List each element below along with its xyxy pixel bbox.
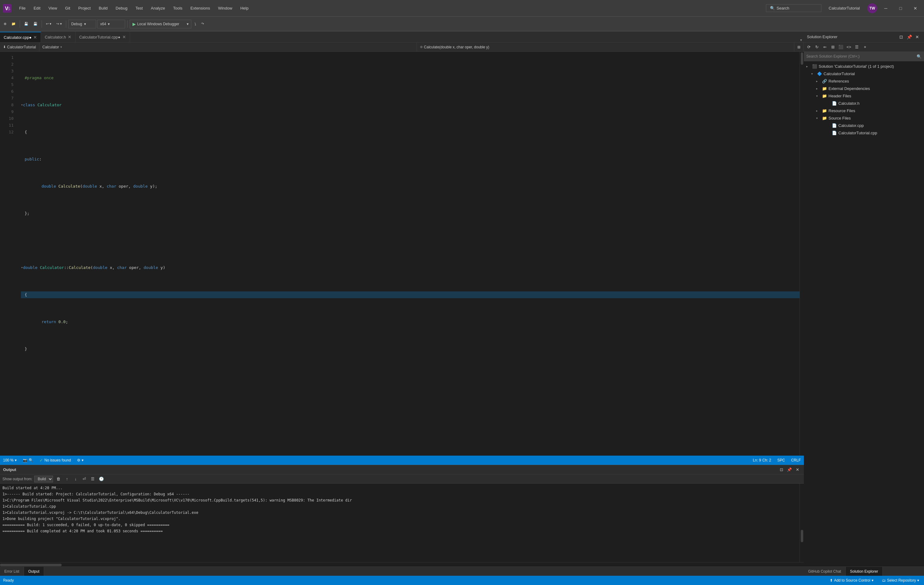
tree-item-references[interactable]: ▸ 🔗 References bbox=[804, 77, 924, 85]
se-properties-btn[interactable]: ⬛ bbox=[837, 43, 845, 51]
tab-solution-explorer[interactable]: Solution Explorer bbox=[846, 567, 883, 576]
maximize-button[interactable]: □ bbox=[894, 4, 907, 13]
tab-error-list[interactable]: Error List bbox=[0, 567, 24, 576]
editor-status-bar: 100 % ▾ 📷 🔍 ✓ No issues found ⚙ bbox=[0, 456, 804, 465]
tree-item-calculator-h[interactable]: 📄 Calculator.h bbox=[804, 99, 924, 107]
code-token: }; bbox=[25, 210, 30, 217]
close-button[interactable]: ✕ bbox=[909, 4, 922, 13]
user-avatar[interactable]: TW bbox=[867, 3, 877, 13]
platform-dropdown[interactable]: x64 ▾ bbox=[97, 20, 125, 28]
menu-extensions[interactable]: Extensions bbox=[187, 5, 214, 12]
select-repository-btn[interactable]: 🗂 Select Repository ▾ bbox=[880, 576, 921, 585]
output-float-btn[interactable]: ⊡ bbox=[778, 466, 785, 473]
menu-build[interactable]: Build bbox=[95, 5, 111, 12]
line-num-1: 1 bbox=[0, 54, 18, 61]
run-btn[interactable]: ▶ Local Windows Debugger ▾ bbox=[130, 20, 191, 28]
menu-test[interactable]: Test bbox=[132, 5, 147, 12]
output-scrollbar-thumb[interactable] bbox=[801, 530, 803, 542]
editor-vertical-scrollbar[interactable] bbox=[800, 52, 804, 456]
save-all-btn[interactable]: 💾 bbox=[31, 20, 40, 29]
output-clear-btn[interactable]: 🗑 bbox=[55, 476, 62, 483]
editor-nav-project[interactable]: ⬇ CalculatorTutorial bbox=[0, 43, 40, 51]
menu-git[interactable]: Git bbox=[61, 5, 74, 12]
new-project-btn[interactable]: ⊕ bbox=[2, 20, 8, 29]
tab-calculator-h[interactable]: Calculator.h ✕ bbox=[41, 32, 76, 42]
status-issues[interactable]: ✓ No issues found bbox=[36, 456, 74, 465]
output-clock-btn[interactable]: 🕐 bbox=[98, 476, 105, 483]
menu-tools[interactable]: Tools bbox=[170, 5, 186, 12]
menu-window[interactable]: Window bbox=[214, 5, 236, 12]
status-zoom[interactable]: 100 % ▾ bbox=[0, 456, 20, 465]
se-home-btn[interactable]: ⊞ bbox=[829, 43, 837, 51]
tree-item-external-deps[interactable]: ▸ 📁 External Dependencies bbox=[804, 85, 924, 92]
tab-calculator-cpp-close[interactable]: ✕ bbox=[33, 35, 37, 40]
tab-calculatortutorial-cpp[interactable]: CalculatorTutorial.cpp● ✕ bbox=[76, 32, 130, 42]
output-hscrollbar-thumb[interactable] bbox=[0, 564, 62, 566]
output-pin-btn[interactable]: 📌 bbox=[786, 466, 793, 473]
output-content[interactable]: Build started at 4:20 PM... 1>------ Bui… bbox=[0, 484, 800, 562]
se-filter-btn[interactable]: ☰ bbox=[853, 43, 861, 51]
tab-calculator-h-close[interactable]: ✕ bbox=[68, 35, 71, 39]
status-spc[interactable]: SPC bbox=[774, 456, 788, 465]
source-files-icon: 📁 bbox=[822, 115, 827, 121]
editor-nav-method-label: Calculate(double x, char oper, double y) bbox=[424, 45, 489, 49]
title-search[interactable]: 🔍 Search bbox=[766, 4, 822, 12]
status-config-icon[interactable]: ⚙ ▾ bbox=[74, 456, 87, 465]
code-content[interactable]: #pragma once ▾ class Calculator { bbox=[18, 52, 800, 456]
step-into-btn[interactable]: ⤵ bbox=[193, 20, 198, 29]
open-file-btn[interactable]: 📁 bbox=[10, 20, 18, 29]
se-search-input[interactable] bbox=[804, 52, 924, 61]
output-scroll-up-btn[interactable]: ↑ bbox=[63, 476, 70, 483]
save-btn[interactable]: 💾 bbox=[22, 20, 30, 29]
tree-item-project[interactable]: ▾ 🔷 CalculatorTutorial bbox=[804, 70, 924, 77]
tree-item-calculator-cpp[interactable]: 📄 Calculator.cpp bbox=[804, 122, 924, 129]
menu-view[interactable]: View bbox=[45, 5, 61, 12]
minimize-button[interactable]: ─ bbox=[879, 4, 892, 13]
se-sync-btn[interactable]: ⟳ bbox=[805, 43, 812, 51]
editor-nav-method[interactable]: ⊕ Calculate(double x, char oper, double … bbox=[417, 43, 794, 51]
tab-output[interactable]: Output bbox=[24, 567, 44, 576]
undo-btn[interactable]: ↩ ▾ bbox=[44, 20, 53, 29]
tree-item-source-files[interactable]: ▾ 📁 Source Files bbox=[804, 114, 924, 122]
editor-nav-expand[interactable]: ⊞ bbox=[794, 43, 804, 51]
tab-calculatortutorial-cpp-close[interactable]: ✕ bbox=[122, 35, 126, 39]
se-float-btn[interactable]: ⊡ bbox=[898, 33, 905, 41]
status-icons[interactable]: 📷 🔍 bbox=[20, 456, 36, 465]
scrollbar-thumb[interactable] bbox=[801, 53, 803, 65]
se-refresh-btn[interactable]: ↻ bbox=[813, 43, 820, 51]
status-ln-ch[interactable]: Ln: 9 Ch: 2 bbox=[750, 456, 774, 465]
output-close-btn[interactable]: ✕ bbox=[794, 466, 801, 473]
menu-debug[interactable]: Debug bbox=[112, 5, 131, 12]
tree-item-header-files[interactable]: ▾ 📁 Header Files bbox=[804, 92, 924, 99]
step-over-btn[interactable]: ↷ bbox=[199, 20, 206, 29]
menu-project[interactable]: Project bbox=[74, 5, 94, 12]
menu-file[interactable]: File bbox=[15, 5, 29, 12]
output-wrap-btn[interactable]: ⏎ bbox=[81, 476, 87, 483]
menu-edit[interactable]: Edit bbox=[30, 5, 44, 12]
debug-config-dropdown[interactable]: Debug ▾ bbox=[68, 20, 96, 28]
fold-8[interactable]: ▾ bbox=[21, 264, 23, 271]
tree-item-solution[interactable]: ▸ ⬛ Solution 'CalculatorTutorial' (1 of … bbox=[804, 63, 924, 70]
tab-calculator-cpp[interactable]: Calculator.cpp● ✕ bbox=[0, 32, 41, 42]
status-crlf[interactable]: CRLF bbox=[788, 456, 804, 465]
tree-item-resource-files[interactable]: ▸ 📁 Resource Files bbox=[804, 107, 924, 114]
menu-analyze[interactable]: Analyze bbox=[147, 5, 168, 12]
tree-item-calculatortutorial-cpp[interactable]: 📄 CalculatorTutorial.cpp bbox=[804, 129, 924, 137]
se-scope-btn[interactable]: ⌖ bbox=[861, 43, 868, 51]
se-collapse-btn[interactable]: ⇐ bbox=[821, 43, 828, 51]
tab-dropdown-icon[interactable]: ▾ bbox=[800, 38, 802, 42]
se-preview-btn[interactable]: <> bbox=[845, 43, 853, 51]
menu-help[interactable]: Help bbox=[237, 5, 252, 12]
tab-github-copilot[interactable]: GitHub Copilot Chat bbox=[804, 567, 846, 576]
fold-2[interactable]: ▾ bbox=[21, 102, 23, 109]
output-scrollbar[interactable] bbox=[800, 484, 804, 562]
output-hscrollbar[interactable] bbox=[0, 562, 804, 567]
se-pin-btn[interactable]: 📌 bbox=[906, 33, 913, 41]
se-close-btn[interactable]: ✕ bbox=[914, 33, 921, 41]
output-scroll-down-btn[interactable]: ↓ bbox=[72, 476, 79, 483]
output-source-select[interactable]: Build bbox=[34, 476, 53, 483]
redo-btn[interactable]: ↪ ▾ bbox=[54, 20, 64, 29]
editor-nav-class[interactable]: Calculator ▾ bbox=[40, 43, 417, 51]
output-filter-btn[interactable]: ☰ bbox=[89, 476, 96, 483]
add-source-control-btn[interactable]: ⬆ Add to Source Control ▾ bbox=[828, 576, 875, 585]
